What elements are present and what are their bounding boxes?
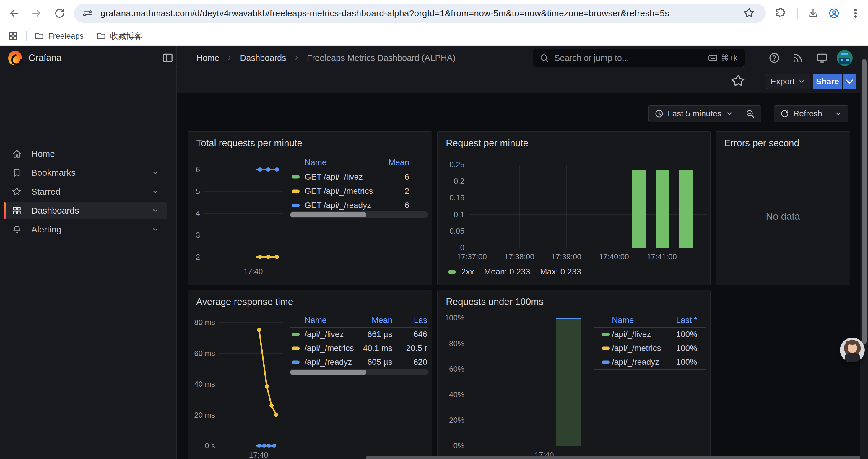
sidebar-item-home[interactable]: Home — [4, 145, 167, 162]
legend-header-mean[interactable]: Mean — [372, 316, 392, 325]
forward-icon[interactable] — [30, 7, 43, 20]
sidebar-toggle-icon[interactable] — [162, 52, 174, 64]
share-button[interactable]: Share — [813, 74, 842, 89]
series-line — [259, 330, 276, 415]
legend-series-color[interactable] — [291, 204, 300, 207]
horizontal-scrollbar[interactable] — [366, 456, 868, 459]
panel-errors-per-second[interactable]: Errors per second No data — [716, 131, 850, 285]
panel-title[interactable]: Requests under 100ms — [446, 296, 544, 307]
legend-series-name[interactable]: /api/_/livez — [305, 330, 344, 339]
display-icon[interactable] — [816, 52, 828, 64]
bookmark-folder-blogs[interactable]: 收藏博客 — [97, 31, 142, 41]
legend-series-color[interactable] — [291, 347, 300, 350]
legend-series-name[interactable]: /api/_/metrics — [612, 343, 661, 353]
breadcrumb-dashboards[interactable]: Dashboards — [240, 53, 286, 63]
legend-series-name[interactable]: /api/_/livez — [612, 330, 651, 339]
legend-series-color[interactable] — [291, 190, 300, 193]
y-axis-tick: 0.1 — [438, 210, 464, 219]
breadcrumb-home[interactable]: Home — [196, 53, 219, 63]
clock-icon — [655, 109, 663, 118]
legend-series-name[interactable]: /api/_/readyz — [612, 357, 659, 367]
grafana-logo[interactable] — [8, 51, 22, 65]
bar-2xx[interactable] — [679, 170, 693, 248]
data-point — [258, 167, 262, 172]
legend-header-name[interactable]: Name — [612, 316, 634, 325]
panel-requests-under-100ms[interactable]: Requests under 100ms 100%80%60%40%20%0%1… — [437, 290, 711, 459]
bookmark-star-icon[interactable] — [743, 7, 755, 19]
sidebar-item-dashboards[interactable]: Dashboards — [4, 202, 167, 219]
legend-series-color[interactable] — [291, 333, 300, 336]
legend-scrollbar[interactable] — [289, 211, 428, 218]
url-bar[interactable]: grafana.mathmast.com/d/deytv4rwavabkb/fr… — [74, 4, 766, 23]
profile-icon[interactable] — [828, 7, 840, 20]
data-point — [257, 444, 261, 448]
panel-average-response-time[interactable]: Average response time 80 ms60 ms40 ms20 … — [188, 290, 432, 459]
bookmark-folder-freeleaps[interactable]: Freeleaps — [35, 31, 84, 41]
downloads-icon[interactable] — [807, 7, 819, 20]
help-icon[interactable] — [769, 52, 780, 64]
legend-series-color[interactable] — [602, 333, 610, 336]
breadcrumb: Home Dashboards Freeleaps Metrics Dashbo… — [196, 46, 456, 69]
legend-series-name[interactable]: GET /api/_/livez — [305, 172, 363, 182]
scrollbar-thumb[interactable] — [862, 59, 867, 344]
extensions-icon[interactable] — [774, 7, 787, 20]
legend-series-name[interactable]: 2xx — [461, 267, 474, 276]
legend-separator — [289, 355, 428, 355]
legend-series-last: 100% — [676, 357, 697, 367]
gridline — [544, 318, 545, 446]
legend-series-name[interactable]: /api/_/readyz — [305, 357, 352, 367]
refresh-button[interactable]: Refresh — [774, 106, 828, 122]
user-avatar[interactable] — [837, 50, 852, 66]
search-input[interactable]: Search or jump to... ⌘+k — [533, 49, 745, 67]
back-icon[interactable] — [8, 7, 21, 20]
legend-series-last: 646 — [413, 330, 427, 339]
legend-header-last[interactable]: Las — [414, 316, 427, 325]
favorite-dashboard-icon[interactable] — [731, 74, 746, 89]
sidebar-item-alerting[interactable]: Alerting — [4, 221, 167, 238]
news-rss-icon[interactable] — [792, 52, 804, 64]
legend-scrollbar[interactable] — [289, 369, 428, 375]
legend-series-color[interactable] — [291, 361, 300, 364]
browser-menu-icon[interactable] — [849, 7, 862, 20]
panel-title[interactable]: Errors per second — [724, 138, 799, 149]
sidebar-item-bookmarks[interactable]: Bookmarks — [4, 164, 167, 182]
bar-2xx[interactable] — [656, 170, 670, 248]
legend-series-color[interactable] — [602, 347, 610, 350]
assistant-avatar-overlay[interactable] — [840, 338, 865, 362]
legend-header-last[interactable]: Last * — [676, 316, 697, 325]
legend-series-color[interactable] — [291, 175, 300, 179]
export-button[interactable]: Export — [766, 74, 810, 89]
refresh-interval-button[interactable] — [829, 106, 848, 122]
bar-2xx[interactable] — [632, 170, 646, 248]
legend-series-mean: 661 µs — [367, 330, 392, 339]
time-range-picker[interactable]: Last 5 minutes — [649, 106, 739, 122]
apps-grid-icon[interactable] — [8, 31, 18, 41]
panel-title[interactable]: Request per minute — [446, 138, 528, 149]
url-text[interactable]: grafana.mathmast.com/d/deytv4rwavabkb/fr… — [100, 8, 743, 18]
sidebar-item-starred[interactable]: Starred — [4, 183, 167, 200]
refresh-group: Refresh — [774, 105, 848, 122]
bar-under-100ms[interactable] — [556, 318, 582, 446]
legend-series-name[interactable]: /api/_/metrics — [305, 343, 354, 353]
folder-icon — [35, 31, 44, 41]
reload-icon[interactable] — [53, 7, 66, 20]
panel-total-requests-per-minute[interactable]: Total requests per minute 6543217:40Name… — [188, 131, 432, 285]
data-point — [275, 167, 279, 172]
legend-series-color[interactable] — [602, 361, 610, 364]
panel-request-per-minute[interactable]: Request per minute 0.250.20.150.10.05017… — [437, 131, 711, 285]
chevron-down-icon — [151, 225, 159, 234]
page-scrollbar[interactable] — [860, 46, 868, 459]
share-menu-button[interactable] — [843, 74, 856, 89]
star-icon — [12, 187, 22, 197]
legend-header-name[interactable]: Name — [305, 316, 327, 325]
site-controls-icon[interactable] — [82, 8, 93, 19]
legend-series-name[interactable]: GET /api/_/metrics — [305, 186, 373, 196]
legend-series-name[interactable]: GET /api/_/readyz — [305, 201, 371, 210]
legend-scrollbar-thumb[interactable] — [290, 212, 366, 218]
legend-header-name[interactable]: Name — [305, 158, 327, 167]
zoom-out-button[interactable] — [740, 106, 761, 122]
legend-scrollbar-thumb[interactable] — [290, 369, 366, 375]
bookmark-icon — [12, 168, 22, 178]
legend-header-mean[interactable]: Mean — [389, 158, 409, 167]
legend-series-color[interactable] — [448, 270, 456, 273]
